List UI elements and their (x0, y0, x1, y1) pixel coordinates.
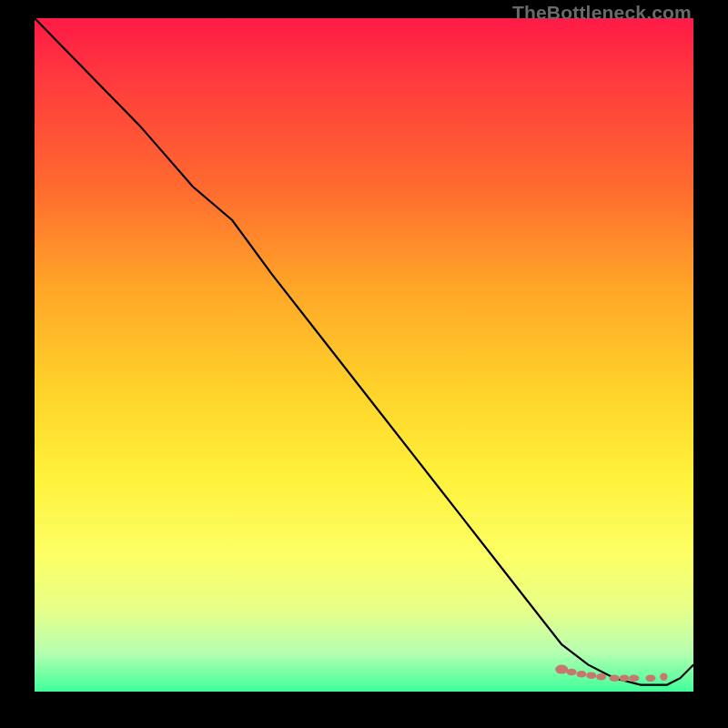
chart-frame: TheBottleneck.com (0, 0, 728, 728)
marker-blob (567, 669, 577, 676)
marker-blob (555, 665, 568, 674)
bottleneck-curve-path (35, 18, 693, 685)
marker-blob (620, 674, 630, 682)
selected-range-markers (555, 665, 667, 682)
marker-blob (586, 672, 596, 679)
marker-blob (645, 674, 655, 682)
plot-area (35, 18, 693, 692)
marker-blob (596, 673, 606, 681)
watermark-text: TheBottleneck.com (512, 2, 692, 24)
marker-blob (610, 674, 620, 682)
marker-blob (629, 674, 639, 682)
marker-dot (660, 673, 667, 681)
marker-blob (576, 671, 586, 678)
chart-svg (35, 18, 693, 692)
